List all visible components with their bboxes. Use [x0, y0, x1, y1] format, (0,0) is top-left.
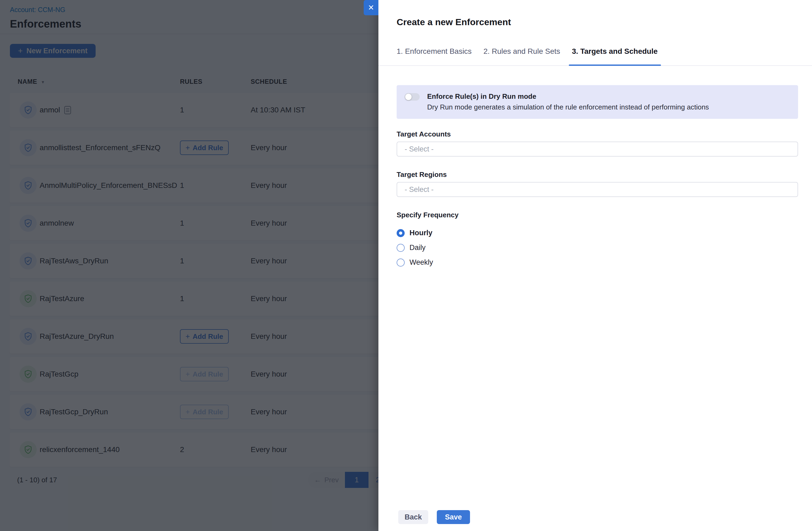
- frequency-option[interactable]: Daily: [397, 240, 798, 255]
- wizard-tab[interactable]: 3. Targets and Schedule: [572, 44, 658, 65]
- target-accounts-select[interactable]: [397, 142, 798, 157]
- frequency-option-label: Hourly: [409, 229, 433, 237]
- drawer-footer: Back Save: [398, 510, 470, 524]
- radio-icon[interactable]: [397, 259, 405, 267]
- frequency-option-label: Daily: [409, 244, 425, 252]
- frequency-option[interactable]: Weekly: [397, 255, 798, 270]
- target-accounts-label: Target Accounts: [397, 130, 798, 138]
- dry-run-banner: Enforce Rule(s) in Dry Run mode Dry Run …: [397, 85, 798, 119]
- frequency-option-label: Weekly: [409, 258, 433, 267]
- back-button[interactable]: Back: [398, 510, 428, 524]
- dry-run-text: Enforce Rule(s) in Dry Run mode Dry Run …: [427, 93, 709, 111]
- create-enforcement-drawer: ✕ Create a new Enforcement 1. Enforcemen…: [378, 0, 812, 531]
- dry-run-title: Enforce Rule(s) in Dry Run mode: [427, 93, 709, 100]
- toggle-knob: [405, 94, 411, 100]
- close-button[interactable]: ✕: [364, 0, 378, 15]
- frequency-option[interactable]: Hourly: [397, 226, 798, 240]
- frequency-options: Hourly Daily Weekly: [397, 226, 798, 270]
- target-regions-select[interactable]: [397, 182, 798, 197]
- radio-icon[interactable]: [397, 244, 405, 252]
- radio-icon[interactable]: [397, 229, 405, 237]
- dry-run-toggle[interactable]: [405, 93, 420, 101]
- wizard-tab[interactable]: 1. Enforcement Basics: [397, 44, 472, 65]
- frequency-label: Specify Frequency: [397, 211, 798, 219]
- drawer-body: Enforce Rule(s) in Dry Run mode Dry Run …: [378, 85, 812, 270]
- drawer-title: Create a new Enforcement: [378, 0, 812, 28]
- wizard-tabs: 1. Enforcement Basics 2. Rules and Rule …: [378, 44, 812, 66]
- wizard-tab[interactable]: 2. Rules and Rule Sets: [483, 44, 560, 65]
- close-icon: ✕: [368, 3, 374, 12]
- dry-run-description: Dry Run mode generates a simulation of t…: [427, 103, 709, 111]
- target-regions-label: Target Regions: [397, 171, 798, 179]
- save-button[interactable]: Save: [437, 510, 470, 524]
